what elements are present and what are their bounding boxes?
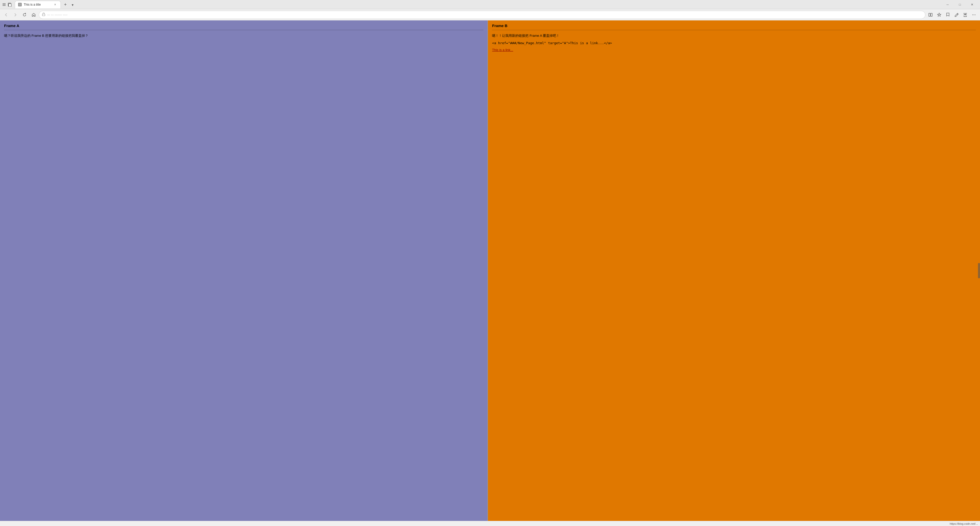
frame-a: Frame A 嗯？听说我旁边的 Frame B 想要用新的链接把我覆盖掉？ [0,21,488,521]
svg-rect-5 [19,3,21,6]
security-icon [42,13,45,17]
svg-rect-7 [929,13,930,16]
frame-a-title: Frame A [4,24,484,30]
svg-rect-2 [3,5,6,6]
close-button[interactable]: ✕ [966,0,978,9]
frame-b-link[interactable]: This is a link... [492,48,513,52]
browser-pages-icon[interactable] [8,3,12,6]
back-button[interactable] [2,11,10,19]
share-button[interactable] [961,11,969,19]
address-bar[interactable]: ··· ··· ········ ····· [39,11,925,19]
status-bar: https://blog.csdn.net/... [0,521,980,526]
maximize-button[interactable]: □ [954,0,966,9]
forward-button[interactable] [11,11,19,19]
toolbar: ··· ··· ········ ····· [0,9,980,21]
annotate-button[interactable] [953,11,961,19]
svg-rect-4 [9,3,11,6]
frame-container: Frame A 嗯？听说我旁边的 Frame B 想要用新的链接把我覆盖掉？ F… [0,21,980,521]
scrollbar[interactable] [978,263,980,278]
tab-bar: This is a title × + ▾ [15,1,941,8]
frame-a-text: 嗯？听说我旁边的 Frame B 想要用新的链接把我覆盖掉？ [4,33,484,38]
title-bar-nav-icons [2,3,12,6]
new-tab-button[interactable]: + [62,1,69,8]
collections-button[interactable] [944,11,952,19]
reader-view-button[interactable] [926,11,935,19]
window-controls: ─ □ ✕ [942,0,978,9]
frame-b-code: <a href="###/New_Page.html" target="A">T… [492,41,976,46]
browser-menu-icon[interactable] [2,3,6,6]
frame-b-title: Frame B [492,24,976,30]
url-text: ··· ··· ········ ····· [47,13,922,17]
frame-b: Frame B 嗯！！让我用新的链接把 Frame A 覆盖掉吧！ <a hre… [488,21,980,521]
title-bar: This is a title × + ▾ ─ □ ✕ [0,0,980,9]
toolbar-right [926,11,978,19]
frame-b-text: 嗯！！让我用新的链接把 Frame A 覆盖掉吧！ [492,33,976,38]
more-button[interactable] [970,11,978,19]
tab-close-button[interactable]: × [53,2,57,7]
minimize-button[interactable]: ─ [942,0,953,9]
active-tab[interactable]: This is a title × [15,1,61,8]
svg-rect-8 [931,13,932,16]
browser-window: This is a title × + ▾ ─ □ ✕ [0,0,980,526]
svg-rect-1 [3,4,6,5]
status-url: https://blog.csdn.net/... [950,522,978,525]
favorites-button[interactable] [935,11,943,19]
tab-title: This is a title [24,3,51,6]
svg-point-11 [975,14,975,15]
svg-point-10 [974,14,974,15]
home-button[interactable] [30,11,38,19]
svg-point-9 [972,14,973,15]
svg-rect-0 [3,3,6,4]
tab-favicon [18,3,22,6]
refresh-button[interactable] [21,11,29,19]
tab-dropdown-button[interactable]: ▾ [69,1,76,8]
svg-rect-6 [42,14,45,16]
